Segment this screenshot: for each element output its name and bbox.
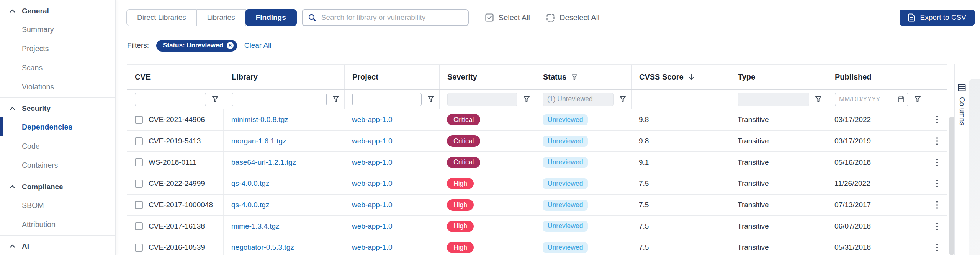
project-link[interactable]: web-app-1.0 <box>352 243 393 252</box>
library-link[interactable]: base64-url-1.2.1.tgz <box>231 158 296 167</box>
finding-type: Transitive <box>730 152 827 173</box>
cvss-score: 9.8 <box>631 109 730 130</box>
chevron-up-icon <box>10 185 15 189</box>
project-link[interactable]: web-app-1.0 <box>352 201 393 209</box>
sidebar-item-dependencies[interactable]: Dependencies <box>0 117 115 136</box>
filter-funnel-icon[interactable] <box>815 96 822 103</box>
vertical-scrollbar[interactable] <box>949 117 954 255</box>
status-badge: Unreviewed <box>543 157 588 168</box>
filter-funnel-icon[interactable] <box>619 96 626 103</box>
published-date-input[interactable] <box>839 96 895 103</box>
row-checkbox[interactable] <box>135 244 143 252</box>
column-header-status[interactable]: Status <box>535 65 631 89</box>
library-link[interactable]: negotiator-0.5.3.tgz <box>231 243 294 252</box>
cve-filter-input[interactable] <box>135 93 206 106</box>
column-header-library[interactable]: Library <box>224 65 344 89</box>
row-menu-icon[interactable] <box>934 199 940 211</box>
severity-badge: High <box>447 199 474 211</box>
filter-funnel-icon[interactable] <box>523 96 530 103</box>
row-menu-icon[interactable] <box>934 220 940 232</box>
column-header-cve[interactable]: CVE <box>127 65 224 89</box>
column-label: CVSS Score <box>639 73 684 81</box>
project-link[interactable]: web-app-1.0 <box>352 158 393 167</box>
findings-table: CVE Library Project Severity Status CVSS… <box>127 64 947 255</box>
sidebar-section-general[interactable]: General <box>0 2 115 20</box>
project-link[interactable]: web-app-1.0 <box>352 179 393 188</box>
sidebar-section-label: Security <box>22 104 51 113</box>
library-link[interactable]: minimist-0.0.8.tgz <box>231 115 288 124</box>
library-link[interactable]: qs-4.0.0.tgz <box>231 179 269 188</box>
row-menu-icon[interactable] <box>934 241 940 253</box>
row-checkbox[interactable] <box>135 116 143 124</box>
finding-type: Transitive <box>730 131 827 152</box>
tab-direct-libraries[interactable]: Direct Libraries <box>126 9 197 26</box>
sidebar-item-violations[interactable]: Violations <box>0 77 115 96</box>
filter-funnel-icon[interactable] <box>427 96 434 103</box>
sidebar-item-sbom[interactable]: SBOM <box>0 196 115 215</box>
library-link[interactable]: qs-4.0.0.tgz <box>231 201 269 209</box>
library-link[interactable]: mime-1.3.4.tgz <box>231 222 280 231</box>
column-header-cvss[interactable]: CVSS Score <box>631 65 730 89</box>
row-menu-icon[interactable] <box>934 114 940 126</box>
row-checkbox[interactable] <box>135 137 143 145</box>
filter-chip-status-unreviewed[interactable]: Status: Unreviewed ✕ <box>156 40 237 52</box>
severity-filter-input[interactable] <box>447 93 517 106</box>
row-menu-icon[interactable] <box>934 156 940 169</box>
remove-filter-icon[interactable]: ✕ <box>227 42 234 49</box>
tab-findings[interactable]: Findings <box>245 9 297 26</box>
column-header-published[interactable]: Published <box>827 65 926 89</box>
export-csv-button[interactable]: Export to CSV <box>900 10 975 26</box>
sidebar-section-compliance[interactable]: Compliance <box>0 178 115 196</box>
clear-all-link[interactable]: Clear All <box>244 41 272 50</box>
project-link[interactable]: web-app-1.0 <box>352 222 393 231</box>
sidebar-item-summary[interactable]: Summary <box>0 20 115 39</box>
sidebar-item-code[interactable]: Code <box>0 136 115 156</box>
filter-funnel-icon[interactable] <box>332 96 339 103</box>
table-header-row: CVE Library Project Severity Status CVSS… <box>127 64 947 89</box>
row-checkbox[interactable] <box>135 158 143 166</box>
column-header-project[interactable]: Project <box>344 65 439 89</box>
sort-descending-icon[interactable] <box>689 74 694 80</box>
sidebar-item-label: Containers <box>22 161 58 170</box>
status-filter-input[interactable] <box>543 93 614 106</box>
column-label: Library <box>232 73 258 81</box>
columns-panel-toggle[interactable]: Columns <box>954 64 969 255</box>
row-checkbox[interactable] <box>135 201 143 209</box>
sidebar-item-label: Dependencies <box>22 123 72 132</box>
column-header-type[interactable]: Type <box>730 65 827 89</box>
library-filter-input[interactable] <box>232 93 327 106</box>
row-checkbox[interactable] <box>135 180 143 188</box>
sidebar-section-security[interactable]: Security <box>0 100 115 117</box>
filter-funnel-icon[interactable] <box>571 74 578 80</box>
type-filter-input[interactable] <box>738 93 809 106</box>
sidebar-item-attribution[interactable]: Attribution <box>0 215 115 234</box>
sidebar-item-projects[interactable]: Projects <box>0 39 115 58</box>
column-header-severity[interactable]: Severity <box>439 65 535 89</box>
sidebar-section-ai[interactable]: AI <box>0 237 115 255</box>
published-date: 03/17/2022 <box>827 109 926 130</box>
row-menu-icon[interactable] <box>934 135 940 147</box>
table-row: CVE-2019-5413 morgan-1.6.1.tgz web-app-1… <box>127 131 947 152</box>
filter-cell-status <box>535 90 631 109</box>
cvss-score: 7.5 <box>631 216 730 237</box>
filter-funnel-icon[interactable] <box>914 96 921 103</box>
search-input[interactable] <box>321 13 463 22</box>
library-link[interactable]: morgan-1.6.1.tgz <box>231 137 286 145</box>
sidebar-item-containers[interactable]: Containers <box>0 156 115 175</box>
project-link[interactable]: web-app-1.0 <box>352 115 393 124</box>
severity-badge: Critical <box>447 157 480 168</box>
select-all-button[interactable]: Select All <box>485 13 530 22</box>
row-menu-icon[interactable] <box>934 177 940 190</box>
table-row: CVE-2016-10539 negotiator-0.5.3.tgz web-… <box>127 237 947 255</box>
project-link[interactable]: web-app-1.0 <box>352 137 393 145</box>
tab-libraries[interactable]: Libraries <box>197 9 246 26</box>
deselect-all-button[interactable]: Deselect All <box>546 13 600 22</box>
calendar-icon[interactable] <box>898 96 905 103</box>
filter-funnel-icon[interactable] <box>212 96 219 103</box>
sidebar-item-scans[interactable]: Scans <box>0 58 115 77</box>
project-filter-input[interactable] <box>352 93 422 106</box>
table-row: CVE-2021-44906 minimist-0.0.8.tgz web-ap… <box>127 109 947 131</box>
filter-chip-label: Status: Unreviewed <box>163 42 223 49</box>
finding-type: Transitive <box>730 195 827 216</box>
row-checkbox[interactable] <box>135 222 143 230</box>
